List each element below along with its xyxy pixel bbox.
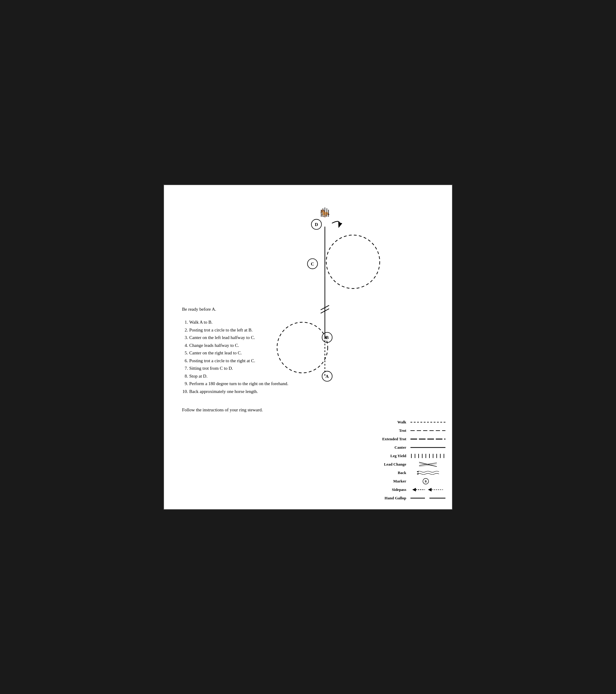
legend-marker-symbol: B: [410, 478, 446, 485]
legend-back: Back: [344, 470, 446, 476]
legend-walk-label: Walk: [373, 420, 406, 425]
legend-extended-trot: Extended Trot: [344, 436, 446, 442]
legend-hand-gallop: Hand Gallop: [344, 495, 446, 501]
legend-marker-label: Marker: [373, 479, 406, 483]
follow-text: Follow the instructions of your ring ste…: [182, 406, 288, 414]
legend-walk-symbol: [410, 419, 446, 425]
legend-lead-change: Lead Change: [344, 461, 446, 468]
step-6: 6.Posting trot a circle to the right at …: [182, 357, 288, 365]
step-5: 5.Canter on the right lead to C.: [182, 349, 288, 357]
legend-leg-yield: Leg Yield: [344, 453, 446, 459]
legend-canter-label: Canter: [373, 445, 406, 450]
legend-back-label: Back: [373, 470, 406, 475]
legend-canter-symbol: [410, 444, 446, 451]
legend-sidepass-label: Sidepass: [373, 487, 406, 492]
marker-d-label: D: [315, 222, 318, 227]
step-1: 1.Walk A to B.: [182, 318, 288, 326]
step-2: 2.Posting trot a circle to the left at B…: [182, 326, 288, 334]
marker-a-label: A: [325, 374, 329, 379]
step-3: 3.Canter on the left lead halfway to C.: [182, 334, 288, 342]
legend-area: Walk Trot Extended Trot Canter: [344, 419, 446, 503]
trot-circle-c: [326, 235, 380, 288]
legend-canter: Canter: [344, 444, 446, 451]
legend-leg-yield-symbol: [410, 453, 446, 459]
marker-b-label: B: [325, 335, 328, 340]
marker-c-label: C: [311, 261, 314, 266]
instructions-panel: Be ready before A. 1.Walk A to B. 2.Post…: [182, 306, 288, 414]
legend-trot: Trot: [344, 427, 446, 434]
step-9: 9.Perform a 180 degree turn to the right…: [182, 380, 288, 388]
step-7: 7.Sitting trot from C to D.: [182, 365, 288, 372]
step-10: 10.Back approximately one horse length.: [182, 388, 288, 396]
legend-marker: Marker B: [344, 478, 446, 485]
page: 🐎 D C B: [163, 184, 453, 510]
legend-walk: Walk: [344, 419, 446, 425]
legend-sidepass: Sidepass: [344, 486, 446, 493]
legend-sidepass-symbol: [410, 486, 446, 493]
legend-extended-trot-label: Extended Trot: [373, 437, 406, 441]
legend-leg-yield-label: Leg Yield: [373, 454, 406, 458]
legend-extended-trot-symbol: [410, 436, 446, 442]
svg-marker-25: [428, 488, 432, 492]
turn-arrow: [332, 221, 339, 226]
legend-trot-symbol: [410, 427, 446, 434]
svg-marker-19: [417, 471, 419, 473]
legend-hand-gallop-symbol: [410, 495, 446, 501]
legend-lead-change-symbol: [410, 461, 446, 468]
svg-text:B: B: [424, 480, 427, 483]
step-8: 8.Stop at D.: [182, 372, 288, 380]
svg-marker-20: [417, 473, 419, 475]
diagram-area: 🐎 D C B: [173, 194, 443, 411]
legend-lead-change-label: Lead Change: [373, 462, 406, 467]
ready-text: Be ready before A.: [182, 306, 288, 313]
legend-trot-label: Trot: [373, 428, 406, 433]
step-4: 4.Change leads halfway to C.: [182, 342, 288, 350]
legend-back-symbol: [410, 470, 446, 476]
legend-hand-gallop-label: Hand Gallop: [373, 496, 406, 500]
svg-marker-23: [412, 488, 416, 492]
